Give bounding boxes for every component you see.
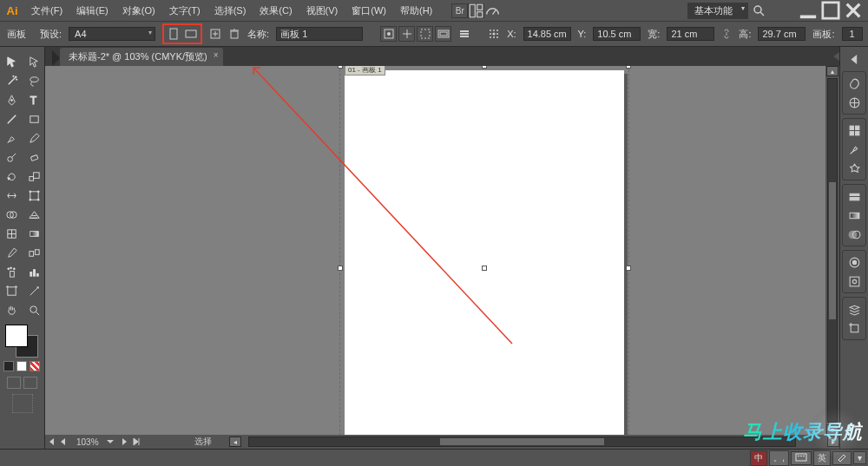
color-guide-panel-icon[interactable]	[845, 94, 864, 111]
v-scroll-track[interactable]	[827, 78, 838, 423]
prev-artboard-icon[interactable]	[57, 436, 69, 447]
window-maximize-icon[interactable]	[821, 3, 840, 17]
blend-tool[interactable]	[23, 243, 45, 262]
none-mode-swatch[interactable]	[30, 361, 40, 371]
rail-expand-icon[interactable]	[845, 50, 864, 68]
shape-builder-tool[interactable]	[0, 205, 23, 224]
eraser-tool[interactable]	[23, 148, 45, 167]
full-screen-mode[interactable]	[23, 377, 37, 389]
blob-brush-tool[interactable]	[0, 148, 23, 167]
paintbrush-tool[interactable]	[0, 128, 23, 148]
artboard-name-input[interactable]	[276, 27, 363, 41]
ime-options-icon[interactable]: ▾	[853, 451, 866, 464]
portrait-orientation-button[interactable]	[165, 26, 182, 42]
line-segment-tool[interactable]	[0, 109, 23, 128]
artboards-panel-icon[interactable]	[845, 319, 864, 337]
menu-help[interactable]: 帮助(H)	[393, 0, 439, 21]
search-icon[interactable]	[752, 3, 766, 17]
artboard-index-input[interactable]	[842, 27, 863, 41]
y-input[interactable]	[593, 27, 641, 41]
hand-tool[interactable]	[0, 300, 23, 319]
gradient-mode-swatch[interactable]	[16, 361, 27, 371]
show-cross-hairs-toggle[interactable]	[417, 26, 433, 42]
graphic-styles-panel-icon[interactable]	[845, 272, 864, 290]
edit-toolbar-button[interactable]	[12, 394, 33, 413]
menu-select[interactable]: 选择(S)	[207, 0, 253, 21]
new-artboard-button[interactable]	[209, 26, 221, 42]
show-center-mark-toggle[interactable]	[398, 26, 415, 42]
landscape-orientation-button[interactable]	[182, 26, 200, 42]
width-input[interactable]	[667, 27, 714, 41]
ime-lang-indicator[interactable]: 英	[813, 450, 831, 466]
artboard-tool[interactable]	[0, 281, 23, 300]
workspace-switcher[interactable]: 基本功能	[687, 3, 748, 19]
reference-point-widget[interactable]	[488, 26, 500, 42]
transparency-panel-icon[interactable]	[845, 226, 864, 243]
menu-window[interactable]: 窗口(W)	[345, 0, 393, 21]
symbols-panel-icon[interactable]	[845, 160, 864, 177]
preset-dropdown[interactable]: A4	[69, 27, 155, 41]
pencil-tool[interactable]	[23, 128, 45, 148]
zoom-level-readout[interactable]: 103%	[69, 437, 106, 447]
zoom-dropdown-icon[interactable]	[106, 437, 115, 446]
perspective-grid-tool[interactable]	[23, 205, 45, 224]
bridge-button[interactable]: Br	[451, 3, 468, 18]
lasso-tool[interactable]	[23, 71, 45, 90]
v-scroll-thumb[interactable]	[829, 182, 836, 319]
rectangle-tool[interactable]	[23, 109, 45, 128]
layers-panel-icon[interactable]	[845, 300, 864, 318]
color-mode-swatch[interactable]	[3, 361, 14, 371]
magic-wand-tool[interactable]	[0, 71, 23, 90]
color-panel-icon[interactable]	[845, 75, 864, 92]
normal-screen-mode[interactable]	[7, 377, 21, 389]
scroll-left-icon[interactable]: ◂	[229, 436, 241, 447]
window-close-icon[interactable]	[844, 3, 863, 17]
arrange-documents-button[interactable]	[468, 3, 484, 18]
brushes-panel-icon[interactable]	[845, 141, 864, 158]
menu-effect[interactable]: 效果(C)	[253, 0, 299, 21]
move-art-with-artboard-toggle[interactable]	[380, 26, 397, 42]
close-tab-icon[interactable]: ×	[214, 50, 219, 60]
tab-collapse-icon[interactable]	[52, 50, 60, 66]
rotate-tool[interactable]	[0, 167, 23, 186]
scroll-right-icon[interactable]: ▸	[827, 436, 839, 447]
scale-tool[interactable]	[23, 167, 45, 186]
canvas[interactable]: 01 - 画板 1	[45, 66, 839, 435]
fill-swatch[interactable]	[5, 325, 28, 347]
height-input[interactable]	[758, 27, 806, 41]
menu-type[interactable]: 文字(T)	[162, 0, 207, 21]
delete-artboard-button[interactable]	[228, 26, 240, 42]
last-artboard-icon[interactable]	[130, 436, 142, 447]
menu-object[interactable]: 对象(O)	[115, 0, 162, 21]
column-graph-tool[interactable]	[23, 262, 45, 281]
direct-selection-tool[interactable]	[23, 52, 45, 71]
type-tool[interactable]: T	[23, 90, 45, 109]
next-artboard-icon[interactable]	[118, 436, 130, 447]
stroke-panel-icon[interactable]	[845, 187, 864, 205]
scroll-up-icon[interactable]: ▴	[826, 66, 838, 76]
slice-tool[interactable]	[23, 281, 45, 300]
menu-edit[interactable]: 编辑(E)	[69, 0, 115, 21]
gradient-tool[interactable]	[23, 224, 45, 243]
eyedropper-tool[interactable]	[0, 243, 23, 262]
vertical-scrollbar[interactable]: ▴ ▾	[825, 66, 839, 435]
pen-tool[interactable]	[0, 90, 23, 109]
show-video-safe-toggle[interactable]	[435, 26, 451, 42]
free-transform-tool[interactable]	[23, 186, 45, 205]
ime-settings-icon[interactable]	[832, 451, 852, 465]
h-scroll-thumb[interactable]	[440, 438, 604, 445]
document-tab[interactable]: 未标题-2* @ 103% (CMYK/预览) ×	[60, 48, 223, 66]
scroll-down-icon[interactable]: ▾	[826, 424, 838, 435]
ime-punct-indicator[interactable]: 。,	[769, 450, 789, 466]
menu-view[interactable]: 视图(V)	[299, 0, 345, 21]
ime-input-keyboard-icon[interactable]	[791, 451, 812, 465]
link-wh-icon[interactable]	[721, 28, 732, 40]
x-input[interactable]	[523, 27, 571, 41]
gradient-panel-icon[interactable]	[845, 207, 864, 224]
swatches-panel-icon[interactable]	[845, 121, 864, 139]
symbol-sprayer-tool[interactable]	[0, 262, 23, 281]
appearance-panel-icon[interactable]	[845, 253, 864, 271]
horizontal-scrollbar[interactable]: 103% 选择 ◂ ▸	[45, 435, 839, 449]
h-scroll-track[interactable]	[248, 436, 796, 447]
zoom-tool[interactable]	[23, 300, 45, 319]
